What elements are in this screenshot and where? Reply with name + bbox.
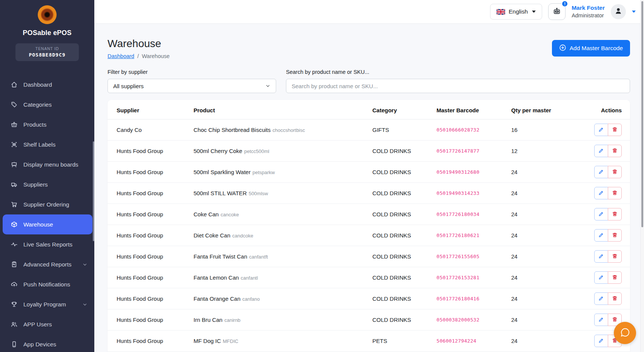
supplier-filter-label: Filter by supplier [108,69,276,75]
trash-icon [612,169,618,176]
supplier-cell: Hunts Food Group [108,288,189,309]
chat-widget-button[interactable] [614,322,636,344]
delete-button[interactable] [608,208,622,220]
chevron-down-icon [532,11,536,13]
edit-button[interactable] [594,335,608,347]
chat-bubble-icon [619,327,631,340]
trash-icon [612,232,618,239]
barcode-cell: 5060012794224 [432,331,507,352]
user-avatar[interactable] [611,4,626,19]
topbar: English ! Mark Foster Administrator [94,0,644,24]
trash-icon [612,317,618,323]
edit-button[interactable] [594,271,608,284]
language-dropdown[interactable]: English [490,4,542,20]
page-scrollbar[interactable] [640,0,644,352]
breadcrumb-current: Warehouse [142,53,170,59]
sidebar-item-shelf-labels[interactable]: Shelf Labels [0,135,94,155]
cart-icon [10,201,18,208]
sidebar-item-app-devices[interactable]: App Devices [0,334,94,352]
sidebar-item-app-users[interactable]: APP Users [0,314,94,334]
delete-button[interactable] [608,166,622,178]
product-cell: Diet Coke Cancandcoke [189,225,368,246]
supplier-filter-select[interactable]: All suppliers [108,79,276,93]
qty-cell: 24 [507,183,586,204]
sidebar-item-advanced-reports[interactable]: Advanced Reports [0,254,94,274]
pencil-icon [598,253,604,260]
edit-button[interactable] [594,229,608,242]
edit-button[interactable] [594,208,608,220]
breadcrumb-separator: / [137,53,139,59]
barcode-icon [10,141,18,148]
warehouse-table: Supplier Product Category Master Barcode… [108,100,630,352]
uk-flag-icon [496,9,505,15]
sidebar-item-dashboard[interactable]: Dashboard [0,75,94,95]
user-info: Mark Foster Administrator [572,4,605,19]
product-cell: Fanta Orange Cancanfano [189,288,368,309]
breadcrumb-dashboard-link[interactable]: Dashboard [108,53,134,59]
product-cell: Fanta Fruit Twist Cancanfantft [189,246,368,267]
table-row: Hunts Food Group Fanta Fruit Twist Canca… [108,246,630,267]
user-role: Administrator [572,12,604,20]
pencil-icon [598,148,604,155]
delete-button[interactable] [608,124,622,136]
add-master-barcode-button[interactable]: Add Master Barcode [552,40,630,57]
edit-button[interactable] [594,314,608,326]
user-name: Mark Foster [572,4,605,12]
sidebar-item-push-notifications[interactable]: Push Notifications [0,274,94,294]
delete-button[interactable] [608,145,622,157]
sidebar-item-live-sales-reports[interactable]: Live Sales Reports [0,234,94,254]
edit-button[interactable] [594,124,608,136]
product-cell: 500ml Cherry Cokepetcc500ml [189,141,368,162]
page-title: Warehouse [108,38,170,50]
tenant-id-badge: TENANT ID POS8BE8D9C9 [15,43,79,61]
table-row: Hunts Food Group Fanta Orange Cancanfano… [108,288,630,309]
person-icon [614,7,622,17]
edit-button[interactable] [594,292,608,305]
barcode-cell: 05000382000532 [432,309,507,331]
sidebar-item-supplier-ordering[interactable]: Supplier Ordering [0,194,94,214]
col-category: Category [368,100,432,119]
delete-button[interactable] [608,271,622,284]
chevron-down-icon [82,262,88,267]
sidebar-item-display-menu-boards[interactable]: Display menu boards [0,155,94,174]
delete-button[interactable] [608,292,622,305]
edit-button[interactable] [594,166,608,178]
sidebar-item-categories[interactable]: Categories [0,95,94,115]
activity-icon [10,241,18,248]
category-cell: COLD DRINKS [368,246,432,267]
tenant-id-value: POS8BE8D9C9 [15,52,79,58]
truck-icon [10,181,18,188]
brand-name: POSable ePOS [0,29,94,37]
sidebar-item-loyalty-program[interactable]: Loyalty Program [0,294,94,314]
edit-button[interactable] [594,187,608,199]
table-row: Hunts Food Group MF Dog ICMFDIC PETS 506… [108,331,630,352]
pencil-icon [598,190,604,197]
trash-icon [612,190,618,197]
category-cell: COLD DRINKS [368,288,432,309]
category-cell: GIFTS [368,119,432,141]
user-menu-chevron-icon[interactable] [632,11,636,13]
pencil-icon [598,317,604,323]
sidebar-item-suppliers[interactable]: Suppliers [0,174,94,194]
delete-button[interactable] [608,250,622,263]
scrollbar-thumb[interactable] [641,1,643,227]
supplier-filter-value: All suppliers [113,83,144,89]
edit-button[interactable] [594,250,608,263]
sidebar-scrollbar[interactable] [93,141,94,241]
pencil-icon [598,211,604,218]
edit-button[interactable] [594,145,608,157]
search-input[interactable] [286,79,630,93]
delete-button[interactable] [608,187,622,199]
sidebar-item-warehouse[interactable]: Warehouse [3,214,92,234]
category-cell: COLD DRINKS [368,141,432,162]
barcode-cell: 05017726153281 [432,267,507,288]
pencil-icon [598,338,604,344]
table-row: Hunts Food Group Coke Cancancoke COLD DR… [108,204,630,225]
category-cell: COLD DRINKS [368,204,432,225]
category-cell: COLD DRINKS [368,309,432,331]
pencil-icon [598,169,604,176]
sidebar-menu: Dashboard Categories Products Shelf Labe… [0,75,94,352]
delete-button[interactable] [608,229,622,242]
chevron-down-icon [265,83,271,89]
sidebar-item-products[interactable]: Products [0,115,94,135]
